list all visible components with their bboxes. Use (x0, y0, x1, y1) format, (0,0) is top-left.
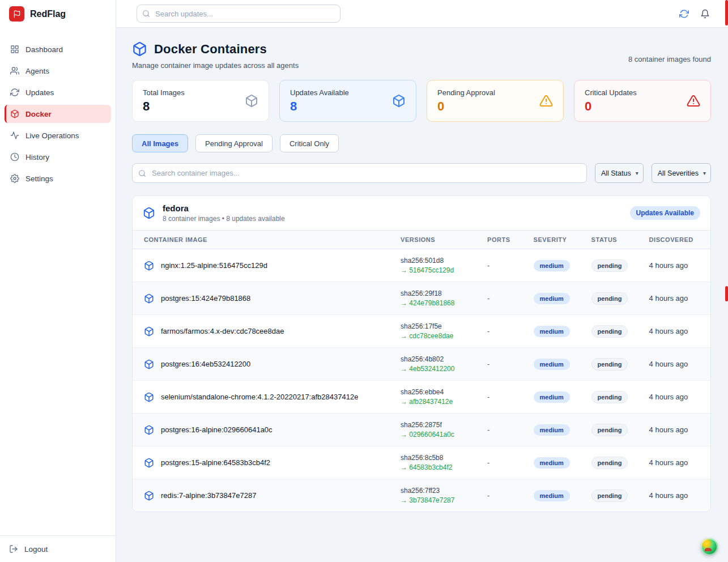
table-row[interactable]: postgres:15:424e79b81868 sha256:29f18→ 4… (133, 282, 710, 315)
table-row[interactable]: nginx:1.25-alpine:516475cc129d sha256:50… (133, 249, 710, 282)
table-row[interactable]: postgres:16:4eb532412200 sha256:4b802→ 4… (133, 348, 710, 381)
activity-icon (10, 131, 19, 140)
version-new: → 3b73847e7287 (401, 496, 471, 504)
dashboard-icon (10, 45, 19, 54)
discovered: 4 hours ago (641, 446, 710, 479)
group-name: fedora (163, 203, 285, 213)
updates-available-badge: Updates Available (630, 206, 700, 220)
tab-critical-only[interactable]: Critical Only (280, 134, 339, 152)
version-current: sha256:29f18 (401, 289, 471, 297)
ports: - (479, 381, 526, 414)
logout-button[interactable]: Logout (9, 544, 107, 554)
scrollbar-thumb[interactable] (725, 0, 728, 25)
floating-badge-icon[interactable] (701, 538, 718, 555)
cube-icon (143, 207, 155, 219)
tab-pending-approval[interactable]: Pending Approval (195, 134, 273, 152)
stat-value: 0 (437, 99, 495, 114)
scrollbar[interactable] (725, 0, 728, 562)
warning-icon (539, 94, 553, 108)
status-badge: pending (591, 457, 628, 469)
main-area: Docker Containers Manage container image… (116, 0, 728, 562)
sidebar-item-agents[interactable]: Agents (5, 62, 111, 80)
notifications-bell-icon[interactable] (700, 9, 710, 19)
sidebar-item-dashboard[interactable]: Dashboard (5, 40, 111, 58)
stat-value: 0 (585, 99, 637, 114)
content: Docker Containers Manage container image… (116, 28, 728, 562)
chevron-down-icon: ▾ (636, 170, 638, 176)
severity-filter-select[interactable]: All Severities ▾ (652, 163, 711, 183)
container-icon (144, 458, 154, 468)
discovered: 4 hours ago (641, 315, 710, 348)
container-image-name: nginx:1.25-alpine:516475cc129d (161, 261, 267, 270)
discovered: 4 hours ago (641, 249, 710, 282)
sidebar-item-label: Updates (25, 88, 54, 97)
topbar (116, 0, 728, 28)
status-badge: pending (591, 424, 628, 436)
container-icon (144, 326, 154, 337)
container-icon (144, 425, 154, 435)
global-search-input[interactable] (137, 5, 340, 23)
container-icon (144, 359, 154, 369)
refresh-icon[interactable] (679, 9, 689, 19)
image-search (132, 163, 587, 183)
sidebar-item-label: Dashboard (25, 45, 63, 54)
status-badge: pending (591, 489, 628, 502)
sidebar-item-label: Docker (25, 110, 52, 118)
discovered: 4 hours ago (641, 282, 710, 315)
version-current: sha256:2875f (401, 421, 471, 429)
sidebar-item-docker[interactable]: Docker (5, 105, 111, 123)
discovered: 4 hours ago (641, 381, 710, 414)
cube-icon (392, 94, 406, 108)
redflag-logo-icon (9, 6, 24, 22)
severity-badge: medium (534, 326, 570, 337)
chevron-down-icon: ▾ (703, 170, 706, 176)
container-image-name: postgres:16:4eb532412200 (161, 360, 250, 368)
containers-table: CONTAINER IMAGE VERSIONS PORTS SEVERITY … (133, 230, 710, 512)
container-image-name: redis:7-alpine:3b73847e7287 (161, 491, 256, 500)
col-discovered: DISCOVERED (641, 231, 710, 249)
search-icon (142, 10, 150, 18)
stat-value: 8 (143, 99, 185, 114)
scrollbar-mark[interactable] (725, 286, 728, 301)
status-filter-select[interactable]: All Status ▾ (595, 163, 644, 183)
severity-badge: medium (534, 293, 570, 304)
status-badge: pending (591, 259, 628, 272)
gear-icon (10, 174, 19, 183)
version-new: → 516475cc129d (401, 266, 471, 274)
ports: - (479, 348, 526, 381)
warning-icon (687, 94, 700, 108)
col-severity: SEVERITY (526, 231, 584, 249)
image-search-input[interactable] (132, 163, 587, 183)
container-image-name: postgres:15:424e79b81868 (161, 294, 250, 303)
cube-icon (245, 94, 258, 108)
table-row[interactable]: redis:7-alpine:3b73847e7287 sha256:7ff23… (133, 479, 710, 512)
container-icon (144, 491, 154, 501)
sidebar-footer: Logout (0, 535, 116, 562)
ports: - (479, 479, 526, 512)
sidebar-item-settings[interactable]: Settings (5, 169, 111, 188)
version-current: sha256:4b802 (401, 355, 471, 363)
stat-cards: Total Images 8 Updates Available 8 Pendi… (132, 80, 711, 122)
container-image-name: postgres:15-alpine:64583b3cb4f2 (161, 458, 270, 467)
table-row[interactable]: selenium/standalone-chrome:4.1.2-2022021… (133, 381, 710, 414)
table-row[interactable]: postgres:16-alpine:029660641a0c sha256:2… (133, 414, 710, 446)
clock-icon (10, 152, 19, 161)
ports: - (479, 414, 526, 446)
tab-all-images[interactable]: All Images (132, 134, 188, 152)
table-row[interactable]: postgres:15-alpine:64583b3cb4f2 sha256:8… (133, 446, 710, 479)
group-header: fedora 8 container images • 8 updates av… (133, 196, 710, 230)
severity-badge: medium (534, 260, 570, 271)
global-search (137, 5, 340, 23)
sidebar-item-history[interactable]: History (5, 148, 111, 166)
table-header-row: CONTAINER IMAGE VERSIONS PORTS SEVERITY … (133, 231, 710, 249)
sidebar: RedFlag Dashboard Agents Updates Docker … (0, 0, 116, 562)
table-row[interactable]: farmos/farmos:4.x-dev:cdc78cee8dae sha25… (133, 315, 710, 348)
severity-badge: medium (534, 424, 570, 436)
page-header: Docker Containers Manage container image… (132, 41, 711, 70)
sidebar-item-live-operations[interactable]: Live Operations (5, 126, 111, 144)
updates-icon (10, 88, 19, 97)
container-icon (144, 293, 154, 304)
sidebar-item-updates[interactable]: Updates (5, 83, 111, 101)
version-new: → 4eb532412200 (401, 365, 471, 373)
container-icon (144, 261, 154, 271)
